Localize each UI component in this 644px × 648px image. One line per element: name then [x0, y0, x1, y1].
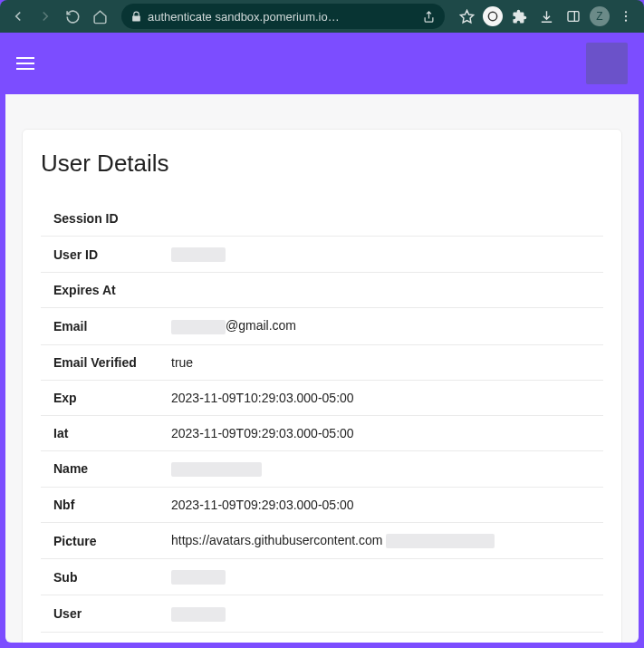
share-icon[interactable]: [422, 10, 436, 24]
detail-value: 2023-11-09T09:29:03.000-05:00: [159, 415, 603, 450]
detail-label: Exp: [41, 380, 159, 415]
forward-icon: [37, 8, 53, 24]
detail-row: User ID: [41, 237, 603, 273]
detail-value-text: true: [171, 355, 193, 370]
detail-label: Nbf: [41, 487, 159, 522]
bookmark-button[interactable]: [456, 5, 477, 27]
app-header: [0, 33, 644, 94]
circle-icon: [486, 10, 499, 23]
svg-marker-0: [460, 10, 473, 22]
detail-row: Sub: [41, 559, 603, 595]
back-button[interactable]: [7, 5, 29, 27]
detail-label: Email Verified: [41, 344, 159, 380]
detail-row: Picturehttps://avatars.githubusercontent…: [41, 522, 603, 558]
card-title: User Details: [41, 150, 603, 178]
detail-value: [159, 237, 603, 273]
detail-label: Iat: [41, 415, 159, 450]
detail-value-text: https://avatars.githubusercontent.com: [171, 533, 382, 547]
page-wrap: User Details Session IDUser IDExpires At…: [0, 94, 644, 648]
user-details-card: User Details Session IDUser IDExpires At…: [22, 129, 622, 643]
hamburger-icon: [16, 57, 34, 59]
detail-label: Expires At: [41, 273, 159, 308]
reload-button[interactable]: [62, 5, 83, 27]
sidepanel-button[interactable]: [562, 5, 584, 27]
detail-table: Session IDUser IDExpires AtEmail@gmail.c…: [41, 201, 603, 633]
svg-point-1: [488, 12, 496, 20]
detail-label: User: [41, 595, 159, 632]
detail-value-text: 2023-11-09T10:29:03.000-05:00: [171, 391, 354, 405]
detail-row: Iat2023-11-09T09:29:03.000-05:00: [41, 415, 603, 450]
svg-point-4: [625, 11, 627, 13]
page-inner: User Details Session IDUser IDExpires At…: [5, 94, 639, 643]
avatar-letter: Z: [596, 10, 602, 23]
browser-chrome: authenticate sandbox.pomerium.io… Z: [0, 0, 644, 33]
detail-value: @gmail.com: [159, 308, 603, 344]
detail-label: Session ID: [41, 201, 159, 237]
detail-value: [159, 201, 603, 237]
detail-row: Session ID: [41, 201, 603, 237]
redacted-block: [386, 534, 495, 548]
forward-button[interactable]: [34, 5, 56, 27]
dots-icon: [619, 9, 633, 24]
detail-value: 2023-11-09T10:29:03.000-05:00: [159, 380, 603, 415]
download-icon: [539, 9, 554, 24]
reload-icon: [65, 9, 81, 24]
detail-value: [159, 450, 603, 487]
detail-label: Name: [41, 450, 159, 487]
star-icon: [459, 9, 475, 24]
redacted-block: [171, 607, 226, 622]
detail-label: Email: [41, 308, 159, 344]
detail-value: 2023-11-09T09:29:03.000-05:00: [159, 487, 603, 522]
panel-icon: [566, 9, 581, 24]
downloads-button[interactable]: [535, 5, 557, 27]
detail-value-text: 2023-11-09T09:29:03.000-05:00: [171, 426, 354, 440]
home-button[interactable]: [89, 5, 111, 27]
redacted-block: [171, 247, 226, 262]
svg-point-6: [625, 20, 627, 22]
detail-row: Name: [41, 450, 603, 487]
detail-row: Nbf2023-11-09T09:29:03.000-05:00: [41, 487, 603, 522]
detail-value: [159, 273, 603, 308]
url-bar[interactable]: authenticate sandbox.pomerium.io…: [121, 4, 445, 29]
svg-rect-2: [568, 12, 579, 22]
detail-row: Email Verifiedtrue: [41, 344, 603, 380]
svg-point-5: [625, 15, 627, 17]
menu-button[interactable]: [615, 5, 637, 27]
detail-value-text: @gmail.com: [226, 318, 296, 333]
profile-avatar[interactable]: Z: [590, 6, 610, 26]
extensions-button[interactable]: [508, 5, 530, 27]
url-text: authenticate sandbox.pomerium.io…: [148, 10, 417, 24]
extension-badge[interactable]: [483, 6, 503, 26]
detail-value: [159, 559, 603, 595]
detail-value-text: 2023-11-09T09:29:03.000-05:00: [171, 498, 354, 512]
detail-value: https://avatars.githubusercontent.com: [159, 522, 603, 558]
detail-label: Sub: [41, 559, 159, 595]
hamburger-menu[interactable]: [16, 51, 42, 76]
home-icon: [92, 9, 108, 24]
redacted-block: [171, 320, 226, 334]
detail-row: Email@gmail.com: [41, 308, 603, 344]
detail-value: [159, 595, 603, 632]
back-icon: [10, 8, 26, 24]
detail-value: true: [159, 344, 603, 380]
header-avatar[interactable]: [586, 43, 628, 84]
detail-label: User ID: [41, 237, 159, 273]
lock-icon: [130, 11, 142, 23]
detail-row: Expires At: [41, 273, 603, 308]
redacted-block: [171, 462, 262, 477]
detail-row: User: [41, 595, 603, 632]
redacted-block: [171, 570, 226, 585]
puzzle-icon: [512, 9, 527, 24]
detail-row: Exp2023-11-09T10:29:03.000-05:00: [41, 380, 603, 415]
detail-label: Picture: [41, 522, 159, 558]
